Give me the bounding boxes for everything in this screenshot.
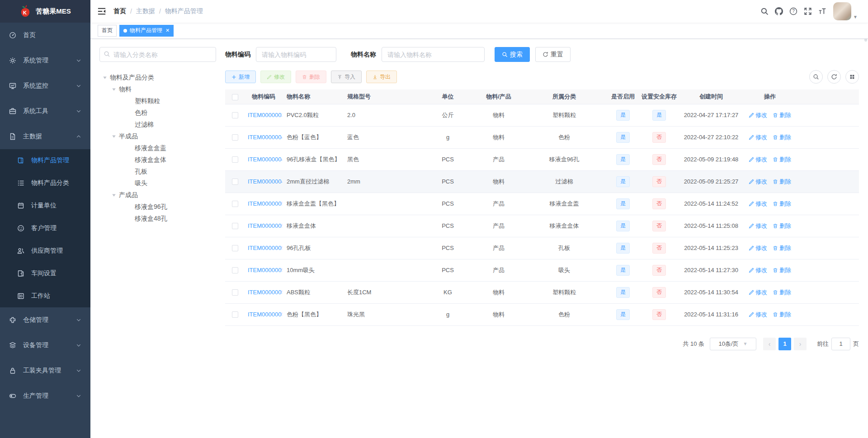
row-checkbox[interactable] <box>232 245 238 251</box>
tag-close-icon[interactable]: ✕ <box>165 28 170 33</box>
delete-link[interactable]: 删除 <box>773 266 791 274</box>
tag-material-product-management[interactable]: 物料产品管理 ✕ <box>119 25 174 37</box>
next-page-button[interactable]: › <box>794 338 807 350</box>
tree-node[interactable]: 移液盒48孔 <box>99 213 216 225</box>
tree-expand-caret-icon[interactable] <box>102 75 108 80</box>
edit-link[interactable]: 修改 <box>749 244 767 252</box>
fullscreen-icon[interactable] <box>801 0 815 23</box>
material-code-link[interactable]: ITEM00000049 <box>248 178 282 185</box>
material-code-link[interactable]: ITEM00000052 <box>248 222 282 229</box>
material-name-input[interactable] <box>382 47 485 62</box>
sidebar-item-system-tools[interactable]: 系统工具 <box>0 99 90 124</box>
sidebar-item-home[interactable]: 首页 <box>0 23 90 48</box>
breadcrumb-home[interactable]: 首页 <box>113 7 126 15</box>
reset-button[interactable]: 重置 <box>535 47 571 62</box>
column-settings-button[interactable] <box>845 70 859 84</box>
tree-node[interactable]: 移液盒盒体 <box>99 154 216 166</box>
material-code-link[interactable]: ITEM00000037 <box>248 112 282 118</box>
sidebar-item-master-data[interactable]: 主数据 <box>0 124 90 149</box>
row-checkbox[interactable] <box>232 267 238 273</box>
import-button[interactable]: 导入 <box>331 71 362 83</box>
material-code-link[interactable]: ITEM00000041 <box>248 134 282 141</box>
material-code-link[interactable]: ITEM00000051 <box>248 200 282 207</box>
sidebar-item-production-management[interactable]: 生产管理 <box>0 383 90 409</box>
search-button[interactable]: 搜索 <box>495 47 530 62</box>
sidebar-item-system-monitoring[interactable]: 系统监控 <box>0 73 90 99</box>
row-checkbox[interactable] <box>232 156 238 163</box>
edit-link[interactable]: 修改 <box>749 266 767 274</box>
page-size-select[interactable]: 10条/页 ▼ <box>710 338 756 350</box>
edit-link[interactable]: 修改 <box>749 155 767 164</box>
edit-link[interactable]: 修改 <box>749 288 767 297</box>
sidebar-item-fixture-management[interactable]: 工装夹具管理 <box>0 358 90 383</box>
toggle-search-button[interactable] <box>809 70 823 84</box>
material-code-link[interactable]: ITEM00000056 <box>248 311 282 318</box>
row-checkbox[interactable] <box>232 289 238 296</box>
material-code-link[interactable]: ITEM00000055 <box>248 289 282 296</box>
tree-expand-caret-icon[interactable] <box>111 193 117 198</box>
export-button[interactable]: 导出 <box>366 71 397 83</box>
material-code-link[interactable]: ITEM00000046 <box>248 156 282 163</box>
delete-link[interactable]: 删除 <box>773 244 791 252</box>
row-checkbox[interactable] <box>232 112 238 118</box>
tree-node[interactable]: 半成品 <box>99 131 216 142</box>
delete-link[interactable]: 删除 <box>773 155 791 164</box>
sidebar-item-warehouse-management[interactable]: 仓储管理 <box>0 307 90 333</box>
sidebar-item-workshop-settings[interactable]: 车间设置 <box>0 262 90 285</box>
delete-link[interactable]: 删除 <box>773 288 791 297</box>
delete-link[interactable]: 删除 <box>773 178 791 186</box>
github-icon[interactable] <box>772 0 786 23</box>
edit-link[interactable]: 修改 <box>749 133 767 141</box>
add-button[interactable]: 新增 <box>225 71 256 83</box>
refresh-table-button[interactable] <box>827 70 841 84</box>
tree-node[interactable]: 产成品 <box>99 189 216 201</box>
sidebar-item-equipment-management[interactable]: 设备管理 <box>0 333 90 358</box>
delete-button[interactable]: 删除 <box>296 71 326 83</box>
sidebar-item-material-product-management[interactable]: 物料产品管理 <box>0 149 90 172</box>
edit-link[interactable]: 修改 <box>749 200 767 208</box>
page-number-1[interactable]: 1 <box>778 338 791 350</box>
sidebar-item-material-product-category[interactable]: 物料产品分类 <box>0 172 90 194</box>
sidebar-item-measurement-unit[interactable]: 计量单位 <box>0 194 90 217</box>
select-all-checkbox[interactable] <box>232 94 238 100</box>
edit-link[interactable]: 修改 <box>749 111 767 119</box>
goto-page-input[interactable] <box>831 338 850 350</box>
font-size-icon[interactable] <box>815 0 830 23</box>
edit-button[interactable]: 修改 <box>260 71 291 83</box>
material-code-link[interactable]: ITEM00000053 <box>248 245 282 251</box>
tree-node[interactable]: 色粉 <box>99 107 216 119</box>
delete-link[interactable]: 删除 <box>773 133 791 141</box>
row-checkbox[interactable] <box>232 179 238 185</box>
tree-search-input[interactable] <box>99 47 216 62</box>
tag-home[interactable]: 首页 <box>98 25 117 37</box>
row-checkbox[interactable] <box>232 201 238 207</box>
row-checkbox[interactable] <box>232 134 238 141</box>
tree-node[interactable]: 移液盒96孔 <box>99 201 216 213</box>
prev-page-button[interactable]: ‹ <box>763 338 776 350</box>
delete-link[interactable]: 删除 <box>773 222 791 230</box>
tree-node[interactable]: 移液盒盒盖 <box>99 142 216 154</box>
sidebar-item-supplier-management[interactable]: 供应商管理 <box>0 240 90 262</box>
tree-expand-caret-icon[interactable] <box>111 134 117 139</box>
sidebar-item-workstation[interactable]: 工作站 <box>0 285 90 307</box>
row-checkbox[interactable] <box>232 223 238 229</box>
header-search-icon[interactable] <box>757 0 772 23</box>
tree-node[interactable]: 物料 <box>99 84 216 95</box>
tree-node[interactable]: 吸头 <box>99 178 216 189</box>
help-icon[interactable]: ? <box>786 0 801 23</box>
material-code-link[interactable]: ITEM00000054 <box>248 267 282 273</box>
user-avatar-dropdown[interactable]: ▼ <box>833 2 861 20</box>
tree-node[interactable]: 塑料颗粒 <box>99 95 216 107</box>
sidebar-collapse-icon[interactable] <box>97 7 106 16</box>
sidebar-item-system-management[interactable]: 系统管理 <box>0 48 90 73</box>
delete-link[interactable]: 删除 <box>773 200 791 208</box>
tree-node[interactable]: 物料及产品分类 <box>99 72 216 84</box>
edit-link[interactable]: 修改 <box>749 311 767 319</box>
tree-expand-caret-icon[interactable] <box>111 87 117 92</box>
material-code-input[interactable] <box>256 47 336 62</box>
tree-node[interactable]: 过滤棉 <box>99 119 216 131</box>
delete-link[interactable]: 删除 <box>773 311 791 319</box>
sidebar-item-customer-management[interactable]: 客户管理 <box>0 217 90 240</box>
row-checkbox[interactable] <box>232 311 238 318</box>
delete-link[interactable]: 删除 <box>773 111 791 119</box>
